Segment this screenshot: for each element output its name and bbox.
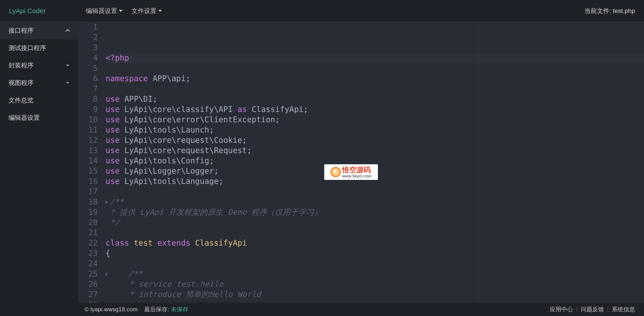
- line-number: 16: [78, 176, 98, 186]
- line-number: 6: [78, 73, 98, 84]
- code-line[interactable]: namespace APP\api;: [106, 73, 644, 84]
- footer-links: 应用中心|问题反馈|系统信息: [550, 306, 635, 313]
- code-line[interactable]: use LyApi\core\error\ClientException;: [106, 114, 644, 125]
- line-number: 2: [78, 32, 98, 42]
- line-number: 13: [78, 145, 98, 156]
- line-number: 23: [78, 248, 98, 258]
- last-save-value: 未保存: [171, 306, 188, 313]
- line-number: 24: [78, 258, 98, 269]
- line-number: 21: [78, 228, 98, 238]
- code-line[interactable]: {: [106, 248, 644, 258]
- chevron-up-icon: [66, 29, 70, 33]
- current-file-indicator: 当前文件: test.php: [584, 7, 635, 15]
- chevron-down-icon: [66, 82, 69, 84]
- sidebar-item-label: 视图程序: [8, 79, 34, 87]
- code-line[interactable]: [106, 84, 644, 94]
- code-line[interactable]: [106, 228, 644, 238]
- code-line[interactable]: * 提供 LyApi 开发框架的原生 Demo 程序（仅用于学习）: [106, 207, 644, 217]
- menu-label: 文件设置: [132, 7, 156, 15]
- line-number: 26: [78, 279, 98, 289]
- line-gutter: 1234567891011121314151617181920212223242…: [78, 22, 102, 303]
- code-line[interactable]: use APP\DI;: [106, 94, 644, 104]
- line-number: 1: [78, 22, 98, 32]
- line-number: 7: [78, 84, 98, 94]
- code-line[interactable]: class test extends ClassifyApi: [106, 238, 644, 248]
- top-menu: 编辑器设置 文件设置: [86, 7, 162, 15]
- watermark-url: www.5kym.com: [342, 174, 372, 178]
- code-line[interactable]: /**: [106, 269, 644, 279]
- menu-label: 编辑器设置: [86, 7, 117, 15]
- line-number: 4: [78, 53, 98, 63]
- sidebar-item-2[interactable]: 封装程序: [0, 57, 78, 74]
- last-save-label: 最后保存:: [144, 306, 169, 313]
- code-area[interactable]: <?php namespace APP\api; use APP\DI;use …: [102, 22, 644, 303]
- app-logo: LyApi Coder: [9, 7, 46, 15]
- line-number: 11: [78, 125, 98, 135]
- menu-editor-settings[interactable]: 编辑器设置: [86, 7, 122, 15]
- sidebar-item-5[interactable]: 编辑器设置: [0, 109, 78, 126]
- chevron-down-icon: [158, 10, 162, 12]
- line-number: 5: [78, 63, 98, 73]
- top-bar: LyApi Coder 编辑器设置 文件设置 当前文件: test.php: [0, 0, 644, 22]
- code-line[interactable]: <?php: [106, 53, 644, 63]
- sidebar-item-label: 测试接口程序: [8, 44, 46, 52]
- code-line[interactable]: use LyApi\core\request\Cookie;: [106, 135, 644, 145]
- code-line[interactable]: use LyApi\tools\Launch;: [106, 125, 644, 135]
- line-number: 19: [78, 207, 98, 217]
- code-line[interactable]: [106, 186, 644, 197]
- sidebar-item-0[interactable]: 接口程序: [0, 22, 78, 39]
- chevron-down-icon: [119, 10, 122, 12]
- fold-marker-icon[interactable]: [106, 273, 108, 276]
- line-number: 25: [78, 269, 98, 279]
- code-line[interactable]: use LyApi\core\request\Request;: [106, 145, 644, 156]
- code-line[interactable]: * service test.hello: [106, 279, 644, 289]
- line-number: 14: [78, 156, 98, 166]
- chevron-down-icon: [66, 65, 69, 66]
- line-number: 22: [78, 238, 98, 248]
- sidebar-item-1[interactable]: 测试接口程序: [0, 39, 78, 57]
- code-line[interactable]: */: [106, 217, 644, 228]
- footer-link[interactable]: 系统信息: [612, 306, 635, 313]
- watermark-icon: [330, 167, 341, 177]
- fold-marker-icon[interactable]: [106, 200, 108, 204]
- copyright: © lyapi.wwsg18.com: [84, 306, 138, 313]
- separator: |: [607, 306, 609, 313]
- footer-link[interactable]: 应用中心: [550, 306, 573, 313]
- sidebar-item-label: 编辑器设置: [8, 113, 40, 122]
- line-number: 18: [78, 197, 98, 207]
- code-line[interactable]: /**: [106, 197, 644, 207]
- ruler-line: [478, 22, 478, 303]
- code-line[interactable]: [106, 258, 644, 269]
- line-number: 15: [78, 166, 98, 176]
- watermark-title: 悟空源码: [342, 166, 372, 173]
- line-number: 17: [78, 186, 98, 197]
- sidebar-item-4[interactable]: 文件总览: [0, 92, 78, 109]
- line-number: 10: [78, 114, 98, 125]
- code-line[interactable]: [106, 63, 644, 73]
- code-line[interactable]: use LyApi\core\classify\API as ClassifyA…: [106, 104, 644, 114]
- footer-bar: © lyapi.wwsg18.com 最后保存: 未保存 应用中心|问题反馈|系…: [0, 303, 644, 316]
- code-editor[interactable]: 1234567891011121314151617181920212223242…: [78, 22, 644, 303]
- code-line[interactable]: */: [106, 300, 644, 303]
- sidebar-item-label: 文件总览: [8, 96, 34, 105]
- line-number: 12: [78, 135, 98, 145]
- sidebar: 接口程序测试接口程序封装程序视图程序文件总览编辑器设置: [0, 22, 78, 303]
- line-number: 9: [78, 104, 98, 114]
- sidebar-item-label: 接口程序: [8, 26, 34, 35]
- sidebar-item-label: 封装程序: [8, 61, 34, 70]
- code-line[interactable]: * introduce 简单的Hello World: [106, 289, 644, 300]
- menu-file-settings[interactable]: 文件设置: [132, 7, 162, 15]
- line-number: 27: [78, 289, 98, 300]
- line-number: 28: [78, 300, 98, 303]
- separator: |: [576, 306, 578, 313]
- sidebar-item-3[interactable]: 视图程序: [0, 74, 78, 92]
- line-number: 3: [78, 42, 98, 53]
- footer-link[interactable]: 问题反馈: [581, 306, 604, 313]
- watermark-badge: 悟空源码 www.5kym.com: [324, 164, 378, 180]
- line-number: 20: [78, 217, 98, 228]
- line-number: 8: [78, 94, 98, 104]
